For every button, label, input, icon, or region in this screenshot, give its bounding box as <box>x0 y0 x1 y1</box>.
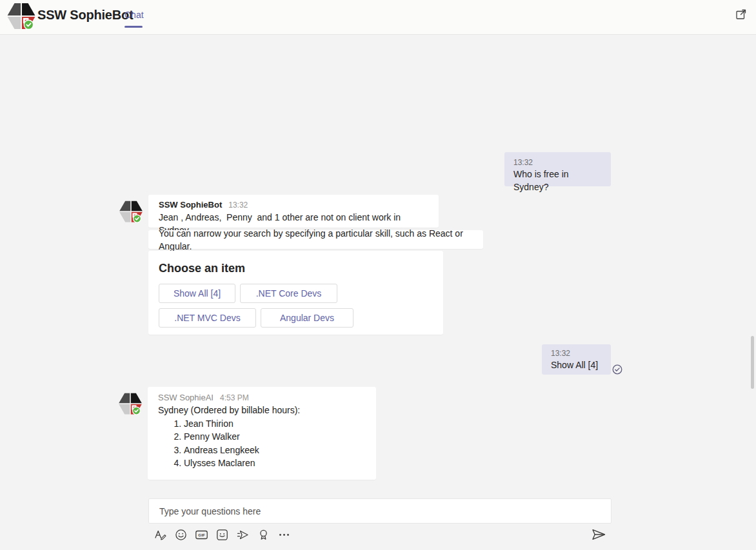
message-text: You can narrow your search by specifying… <box>159 227 473 253</box>
message-header: SSW SophieAI 4:53 PM <box>158 392 366 404</box>
net-core-devs-button[interactable]: .NET Core Devs <box>240 284 337 303</box>
bot-avatar <box>119 199 143 224</box>
show-all-button[interactable]: Show All [4] <box>159 284 235 303</box>
message-text: Who is free in Sydney? <box>513 168 602 193</box>
card-button-group: Show All [4] .NET Core Devs .NET MVC Dev… <box>159 284 433 333</box>
message-timestamp: 13:32 <box>551 348 602 358</box>
tab-chat[interactable]: Chat <box>124 10 144 20</box>
user-message-show-all: 13:32 Show All [4] <box>542 344 611 375</box>
list-item: Andreas Lengkeek <box>184 444 366 457</box>
open-in-new-window-icon[interactable] <box>735 8 747 20</box>
message-timestamp: 13:32 <box>228 200 248 211</box>
bot-message-narrow-search-tip: You can narrow your search by specifying… <box>148 230 483 249</box>
sender-name: SSW SophieAI <box>158 392 214 403</box>
app-title: SSW SophieBot <box>37 8 134 23</box>
choose-an-item-card: Choose an item Show All [4] .NET Core De… <box>148 251 443 335</box>
bot-message-availability: SSW SophieBot 13:32 Jean , Andreas, Penn… <box>148 195 439 228</box>
tab-active-indicator <box>124 26 143 28</box>
message-timestamp: 13:32 <box>513 157 602 168</box>
net-mvc-devs-button[interactable]: .NET MVC Devs <box>159 308 256 328</box>
compose-toolbar: GIF <box>154 528 291 542</box>
stream-icon[interactable] <box>236 528 250 542</box>
sent-check-icon <box>612 364 623 375</box>
app-header: SSW SophieBot Chat <box>0 0 756 35</box>
card-title: Choose an item <box>159 260 433 276</box>
message-text: Sydney (Ordered by billable hours): <box>158 404 366 417</box>
list-item: Penny Walker <box>184 430 366 443</box>
praise-icon[interactable] <box>257 528 270 542</box>
chat-scrollbar[interactable] <box>751 336 754 389</box>
format-icon[interactable] <box>154 528 167 542</box>
message-header: SSW SophieBot 13:32 <box>159 199 428 211</box>
sticker-icon[interactable] <box>215 528 229 542</box>
more-options-icon[interactable] <box>277 528 291 542</box>
angular-devs-button[interactable]: Angular Devs <box>261 308 353 328</box>
gif-icon[interactable]: GIF <box>195 528 208 542</box>
bot-avatar <box>118 391 143 416</box>
message-timestamp: 4:53 PM <box>220 393 249 404</box>
message-input[interactable] <box>148 498 612 524</box>
sender-name: SSW SophieBot <box>159 199 222 210</box>
send-icon[interactable] <box>591 528 606 541</box>
list-item: Ulysses Maclaren <box>184 457 366 469</box>
gif-label: GIF <box>198 533 205 537</box>
user-message-who-is-free: 13:32 Who is free in Sydney? <box>504 152 611 186</box>
bot-message-billable-hours: SSW SophieAI 4:53 PM Sydney (Ordered by … <box>148 387 376 480</box>
message-text: Show All [4] <box>551 358 602 371</box>
emoji-icon[interactable] <box>174 528 188 542</box>
list-item: Jean Thirion <box>184 417 366 430</box>
ssw-sophiebot-logo-icon <box>6 3 36 30</box>
people-list: Jean Thirion Penny Walker Andreas Lengke… <box>158 417 366 470</box>
